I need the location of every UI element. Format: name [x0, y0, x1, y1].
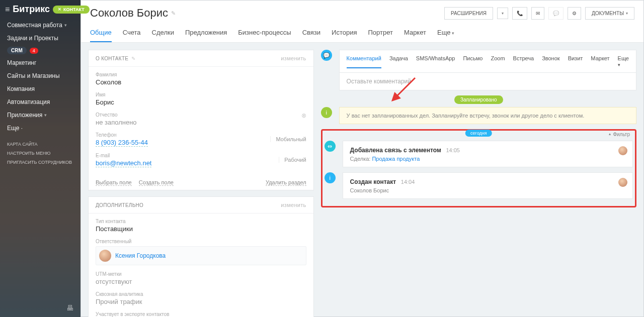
tab-history[interactable]: История — [332, 29, 357, 42]
sidebar-sitemap[interactable]: КАРТА САЙТА — [0, 140, 80, 149]
tab-invoices[interactable]: Счета — [123, 29, 141, 42]
phone-value[interactable]: 8 (903) 236-55-44 — [96, 139, 148, 147]
act-tab-task[interactable]: Задача — [389, 54, 408, 68]
event-avatar-icon — [618, 178, 627, 187]
documents-button[interactable]: ДОКУМЕНТЫ▾ — [585, 7, 634, 20]
tab-general[interactable]: Общие — [90, 29, 112, 42]
sidebar-item-apps[interactable]: Приложения▾ — [0, 109, 80, 122]
avatar-icon — [99, 250, 111, 262]
event-time: 14:04 — [401, 179, 415, 185]
tab-more[interactable]: Еще — [437, 29, 454, 42]
contact-badge[interactable]: КОНТАКТ — [53, 6, 90, 14]
timeline-column: 💬 Комментарий Задача SMS/WhatsApp Письмо… — [321, 50, 636, 207]
sidebar-item-company[interactable]: Компания — [0, 82, 80, 95]
create-field-link[interactable]: Создать поле — [139, 179, 174, 186]
sidebar-item-more[interactable]: Еще · — [0, 122, 80, 135]
link-badge-icon: ⇔ — [325, 141, 336, 152]
activity-tabs: Комментарий Задача SMS/WhatsApp Письмо Z… — [339, 50, 636, 73]
email-type: Рабочий — [279, 157, 306, 163]
delete-section-link[interactable]: Удалить раздел — [266, 179, 306, 186]
sidebar-configure[interactable]: НАСТРОИТЬ МЕНЮ — [0, 149, 80, 158]
event-avatar-icon — [618, 146, 627, 155]
act-tab-meeting[interactable]: Встреча — [513, 54, 534, 68]
call-icon[interactable]: 📞 — [512, 7, 527, 20]
extra-card: ДОПОЛНИТЕЛЬНО изменить Тип контакта Пост… — [88, 196, 314, 317]
timeline-event[interactable]: Создан контакт 14:04 Соколов Борис — [343, 172, 633, 199]
act-tab-zoom[interactable]: Zoom — [491, 54, 505, 68]
event-deal-link[interactable]: Продажа продукта — [372, 156, 420, 162]
utm-label: UTM-метки — [96, 271, 306, 277]
gear-icon[interactable]: ⚙ — [568, 7, 581, 20]
menu-burger-icon[interactable]: ≡ — [5, 5, 10, 14]
about-card: О КОНТАКТЕ ✎ изменить Фамилия Соколов Им… — [88, 50, 314, 190]
sidebar-item-collab[interactable]: Совместная работа▾ — [0, 19, 80, 32]
sidebar-item-automation[interactable]: Автоматизация — [0, 95, 80, 109]
event-title: Добавлена связь с элементом — [350, 147, 441, 154]
act-tab-sms[interactable]: SMS/WhatsApp — [416, 54, 455, 68]
analytics-label: Сквозная аналитика — [96, 291, 306, 297]
analytics-value[interactable]: Прочий трафик — [96, 298, 306, 305]
tab-market[interactable]: Маркет — [404, 29, 426, 42]
planned-pill: Запланировано — [454, 95, 503, 104]
event-time: 14:05 — [446, 147, 460, 153]
firstname-value[interactable]: Борис — [96, 98, 306, 106]
extra-heading: ДОПОЛНИТЕЛЬНО — [96, 202, 143, 208]
edit-title-icon[interactable]: ✎ — [171, 10, 176, 17]
comment-badge-icon: 💬 — [321, 50, 332, 61]
sidebar-item-sites[interactable]: Сайты и Магазины — [0, 69, 80, 82]
pencil-icon[interactable]: ✎ — [131, 56, 135, 61]
extra-edit-link[interactable]: изменить — [281, 202, 306, 208]
tab-relations[interactable]: Связи — [302, 29, 320, 42]
sidebar-item-crm[interactable]: CRM 4 — [0, 45, 80, 56]
phone-type: Мобильный — [270, 136, 306, 142]
crm-counter-badge: 4 — [30, 48, 38, 54]
tab-bizproc[interactable]: Бизнес-процессы — [238, 29, 291, 42]
about-heading: О КОНТАКТЕ — [96, 56, 128, 61]
email-value[interactable]: boris@newtech.net — [96, 159, 151, 167]
timeline-event[interactable]: Добавлена связь с элементом 14:05 Сделка… — [343, 141, 633, 167]
info-badge-icon: i — [321, 107, 332, 118]
firstname-label: Имя — [96, 92, 306, 97]
filter-link[interactable]: Фильтр — [609, 132, 630, 137]
left-sidebar: ≡ Битрикс КОНТАКТ Совместная работа▾ Зад… — [0, 0, 80, 317]
type-value[interactable]: Поставщики — [96, 225, 306, 233]
field-close-icon[interactable]: ⊗ — [301, 112, 306, 119]
email-label: E-mail — [96, 153, 306, 158]
entity-tabs: Общие Счета Сделки Предложения Бизнес-пр… — [90, 29, 634, 42]
event-sub-label: Сделка: — [350, 156, 371, 162]
extensions-button[interactable]: РАСШИРЕНИЯ — [444, 7, 493, 20]
mail-icon[interactable]: ✉ — [531, 7, 544, 20]
comment-input[interactable]: Оставьте комментарий — [339, 73, 636, 90]
sidebar-invite[interactable]: ПРИГЛАСИТЬ СОТРУДНИКОВ — [0, 158, 80, 167]
brand-logo: Битрикс — [13, 4, 50, 15]
responsible-selector[interactable]: Ксения Городкова — [96, 246, 306, 265]
page-title: Соколов Борис — [90, 7, 168, 20]
act-tab-call[interactable]: Звонок — [542, 54, 560, 68]
main-panel: Соколов Борис ✎ РАСШИРЕНИЯ ▾ 📞 ✉ 💬 ⚙ ДОК… — [80, 0, 644, 317]
print-icon[interactable]: 🖶 — [66, 304, 73, 312]
sidebar-item-tasks[interactable]: Задачи и Проекты — [0, 32, 80, 45]
act-tab-more[interactable]: Еще — [618, 54, 629, 68]
utm-value[interactable]: отсутствуют — [96, 278, 306, 285]
tab-deals[interactable]: Сделки — [152, 29, 174, 42]
info2-badge-icon: i — [325, 172, 336, 183]
act-tab-comment[interactable]: Комментарий — [347, 54, 381, 68]
middlename-value[interactable]: не заполнено — [96, 119, 306, 126]
tab-quotes[interactable]: Предложения — [185, 29, 227, 42]
middlename-label: Отчество — [96, 112, 306, 118]
event-sub: Соколов Борис — [350, 187, 625, 193]
event-title: Создан контакт — [350, 178, 396, 185]
act-tab-visit[interactable]: Визит — [568, 54, 583, 68]
tab-portrait[interactable]: Портрет — [368, 29, 392, 42]
sidebar-item-marketing[interactable]: Маркетинг — [0, 56, 80, 69]
lastname-value[interactable]: Соколов — [96, 78, 306, 86]
topbar: Соколов Борис ✎ РАСШИРЕНИЯ ▾ 📞 ✉ 💬 ⚙ ДОК… — [81, 1, 643, 43]
select-field-link[interactable]: Выбрать поле — [96, 179, 132, 186]
about-edit-link[interactable]: изменить — [281, 55, 306, 61]
act-tab-mail[interactable]: Письмо — [463, 54, 482, 68]
lastname-label: Фамилия — [96, 72, 306, 77]
chat-icon[interactable]: 💬 — [548, 7, 564, 20]
today-pill: сегодня — [465, 130, 492, 137]
act-tab-market[interactable]: Маркет — [591, 54, 609, 68]
extensions-dropdown[interactable]: ▾ — [497, 8, 508, 19]
